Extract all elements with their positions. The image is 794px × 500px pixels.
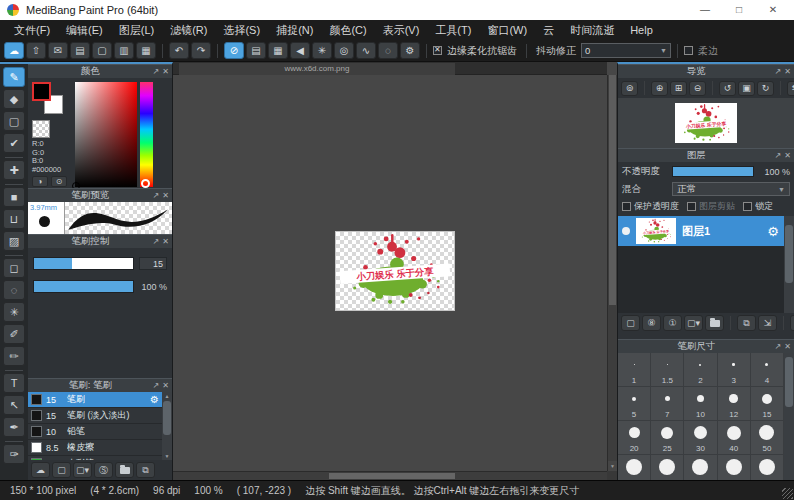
canvas-vertical-scrollbar[interactable]: ▼ bbox=[607, 75, 617, 471]
saturation-value-picker[interactable] bbox=[75, 82, 137, 187]
menu-item-4[interactable]: 选择(S) bbox=[215, 20, 268, 40]
brush-size-cell[interactable]: 1 bbox=[618, 353, 651, 387]
layer-folder-button[interactable] bbox=[705, 315, 724, 331]
menu-item-6[interactable]: 颜色(C) bbox=[321, 20, 374, 40]
navigator-thumbnail[interactable] bbox=[675, 103, 737, 143]
publish-button[interactable]: ⇧ bbox=[26, 42, 46, 59]
scrollbar-thumb[interactable] bbox=[609, 75, 616, 305]
antialias-checkbox[interactable] bbox=[433, 46, 442, 55]
brush-size-cell[interactable]: 2 bbox=[684, 353, 717, 387]
canvas-document[interactable] bbox=[335, 231, 455, 311]
snap-concentric-button[interactable]: ◎ bbox=[334, 42, 354, 59]
zoom-out-button[interactable]: ⊖ bbox=[689, 81, 706, 96]
menu-item-12[interactable]: Help bbox=[622, 20, 661, 40]
maximize-button[interactable]: □ bbox=[722, 1, 756, 19]
layer-blend-dropdown[interactable]: 正常 ▼ bbox=[672, 182, 790, 196]
clipping-option[interactable]: 图层剪贴 bbox=[687, 200, 735, 213]
sv-cursor[interactable] bbox=[72, 182, 80, 188]
canvas-area[interactable]: www.x6d.com.png ▼ bbox=[173, 62, 617, 480]
script-brush-button[interactable]: Ⓢ bbox=[94, 462, 113, 478]
brush-size-cell[interactable]: 40 bbox=[718, 421, 751, 455]
scrollbar-thumb[interactable] bbox=[785, 357, 793, 407]
text-tool[interactable]: T bbox=[3, 373, 25, 393]
color-wheel-button[interactable]: ◑ bbox=[32, 176, 48, 187]
fit-window-button[interactable]: ⊞ bbox=[670, 81, 687, 96]
cloud-brush-button[interactable]: ☁ bbox=[31, 462, 50, 478]
popout-icon[interactable]: ↗ bbox=[775, 151, 782, 160]
minimize-button[interactable]: — bbox=[688, 1, 722, 19]
transparent-color-swatch[interactable] bbox=[32, 120, 50, 138]
new-document-button[interactable]: ▢ bbox=[92, 42, 112, 59]
brush-list-item[interactable]: 10铅笔 bbox=[28, 424, 162, 440]
brush-folder-button[interactable] bbox=[115, 462, 134, 478]
scrollbar-thumb[interactable] bbox=[329, 473, 455, 479]
cloud-button[interactable]: ☁ bbox=[4, 42, 24, 59]
flip-horizontal-button[interactable]: ⇆ bbox=[787, 81, 794, 96]
add-brush-button[interactable]: ▢ bbox=[52, 462, 71, 478]
brush-settings-gear-icon[interactable]: ⚙ bbox=[150, 394, 159, 405]
zoom-in-button[interactable]: ⊕ bbox=[651, 81, 668, 96]
snap-grid-button[interactable]: ▦ bbox=[268, 42, 288, 59]
canvas-tab[interactable]: www.x6d.com.png bbox=[179, 63, 455, 75]
duplicate-brush-button[interactable]: ⧉ bbox=[136, 462, 155, 478]
menu-item-0[interactable]: 文件(F) bbox=[6, 20, 58, 40]
menu-item-1[interactable]: 编辑(E) bbox=[58, 20, 111, 40]
zoom-actual-button[interactable]: ⊚ bbox=[621, 81, 638, 96]
brush-size-cell[interactable]: 20 bbox=[618, 421, 651, 455]
menu-item-3[interactable]: 滤镜(R) bbox=[162, 20, 215, 40]
brush-size-cell[interactable] bbox=[618, 455, 651, 480]
brush-size-cell[interactable]: 4 bbox=[751, 353, 784, 387]
snap-off-button[interactable]: ⊘ bbox=[224, 42, 244, 59]
scrollbar-thumb[interactable] bbox=[163, 401, 171, 435]
snap-parallel-button[interactable]: ▤ bbox=[246, 42, 266, 59]
bucket-tool[interactable]: ⊔ bbox=[3, 209, 25, 229]
gradient-tool[interactable]: ▨ bbox=[3, 231, 25, 251]
brush-list-item[interactable]: 15笔刷⚙ bbox=[28, 392, 162, 408]
close-icon[interactable]: ✕ bbox=[162, 67, 169, 76]
snap-settings-button[interactable]: ⚙ bbox=[400, 42, 420, 59]
scroll-up-icon[interactable]: ▲ bbox=[162, 392, 172, 400]
close-icon[interactable]: ✕ bbox=[784, 67, 791, 76]
menu-item-9[interactable]: 窗口(W) bbox=[479, 20, 535, 40]
close-button[interactable]: ✕ bbox=[756, 1, 790, 19]
scroll-down-icon[interactable]: ▼ bbox=[608, 461, 617, 471]
brush-list-scrollbar[interactable]: ▲ ▼ bbox=[162, 392, 172, 460]
brush-size-cell[interactable] bbox=[751, 455, 784, 480]
brush-size-cell[interactable]: 25 bbox=[651, 421, 684, 455]
form-button[interactable]: ▥ bbox=[114, 42, 134, 59]
stabilizer-dropdown[interactable]: 0 ▼ bbox=[581, 43, 671, 58]
layer-settings-gear-icon[interactable]: ⚙ bbox=[767, 224, 779, 239]
popout-icon[interactable]: ↗ bbox=[775, 67, 782, 76]
reset-rotation-button[interactable]: ▣ bbox=[738, 81, 755, 96]
protect-alpha-checkbox[interactable] bbox=[622, 202, 631, 211]
undo-button[interactable]: ↶ bbox=[169, 42, 189, 59]
operation-tool[interactable]: ↖ bbox=[3, 395, 25, 415]
add-8bit-layer-button[interactable]: ⑧ bbox=[642, 315, 661, 331]
eraser-tool[interactable]: ◆ bbox=[3, 89, 25, 109]
menu-item-5[interactable]: 捕捉(N) bbox=[268, 20, 321, 40]
snap-vanishing-point-button[interactable]: ◀ bbox=[290, 42, 310, 59]
snap-ellipse-button[interactable]: ◌ bbox=[378, 42, 398, 59]
brush-size-cell[interactable]: 1.5 bbox=[651, 353, 684, 387]
magic-wand-tool[interactable]: ✳ bbox=[3, 302, 25, 322]
close-icon[interactable]: ✕ bbox=[162, 191, 169, 200]
brush-size-cell[interactable] bbox=[718, 455, 751, 480]
resize-grip-icon[interactable] bbox=[782, 488, 793, 499]
duplicate-layer-button[interactable]: ⧉ bbox=[737, 315, 756, 331]
brush-size-cell[interactable] bbox=[651, 455, 684, 480]
canvas-horizontal-scrollbar[interactable] bbox=[173, 471, 607, 480]
brush-size-cell[interactable]: 15 bbox=[751, 387, 784, 421]
pen-tool[interactable]: ✑ bbox=[3, 444, 25, 464]
brush-opacity-slider[interactable] bbox=[33, 280, 134, 293]
brush-size-cell[interactable]: 50 bbox=[751, 421, 784, 455]
brush-size-cell[interactable]: 12 bbox=[718, 387, 751, 421]
lock-option[interactable]: 锁定 bbox=[743, 200, 773, 213]
hue-cursor[interactable] bbox=[141, 179, 150, 188]
add-brush-menu-button[interactable]: ▢▾ bbox=[73, 462, 92, 478]
clipping-checkbox[interactable] bbox=[687, 202, 696, 211]
layer-list-scrollbar[interactable] bbox=[784, 216, 794, 313]
select-pen-tool[interactable]: ✐ bbox=[3, 324, 25, 344]
brush-size-value[interactable]: 15 bbox=[139, 257, 167, 270]
layer-opacity-slider[interactable] bbox=[672, 166, 754, 177]
snap-radial-button[interactable]: ✳ bbox=[312, 42, 332, 59]
